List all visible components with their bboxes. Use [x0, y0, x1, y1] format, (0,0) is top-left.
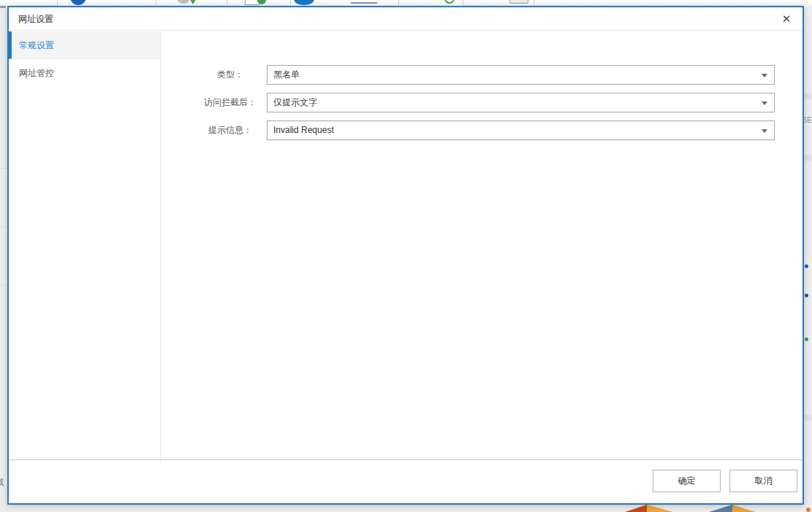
toolbar-separator [57, 0, 58, 6]
form-row-prompt-message: 提示信息： Invalid Request [197, 121, 775, 140]
background-divider [0, 226, 7, 227]
yellow-icon-fragment [647, 505, 673, 512]
type-label: 类型： [197, 69, 263, 81]
background-divider [0, 168, 7, 169]
screen: 威 6E 网址设置 ✕ 常规设置 网址管控 [0, 0, 812, 512]
toolbar-separator [398, 0, 399, 6]
toolbar-separator [534, 0, 534, 6]
dialog-titlebar: 网址设置 ✕ [9, 7, 802, 31]
green-arrow-icon [189, 0, 197, 4]
type-dropdown[interactable]: 黑名单 [267, 65, 775, 85]
background-right-strip: 6E [804, 6, 812, 505]
cancel-button[interactable]: 取消 [729, 470, 797, 492]
toolbar-separator [156, 0, 156, 6]
blue-dot-fragment [805, 264, 808, 268]
form-row-after-intercept: 访问拦截后： 仅提示文字 [197, 93, 775, 112]
navy-dot-fragment [805, 294, 808, 297]
slate-icon-fragment [709, 505, 732, 512]
type-dropdown-value: 黑名单 [273, 69, 300, 80]
after-intercept-label: 访问拦截后： [197, 96, 263, 109]
sidebar-item-url-control[interactable]: 网址管控 [9, 59, 160, 87]
after-intercept-dropdown[interactable]: 仅提示文字 [267, 93, 775, 112]
background-toolbar-strip [0, 0, 812, 6]
refresh-icon [178, 0, 189, 4]
orange-icon-fragment [625, 505, 647, 512]
clipped-text-fragment: 6E [804, 115, 812, 124]
prompt-message-label: 提示信息： [197, 124, 263, 137]
background-bottom-strip [0, 505, 812, 512]
dialog-footer: 确定 取消 [9, 459, 802, 503]
dialog-sidebar: 常规设置 网址管控 [9, 31, 161, 462]
sidebar-item-general-settings[interactable]: 常规设置 [9, 31, 160, 59]
yellow-icon-fragment [732, 505, 756, 512]
clipped-text-fragment [0, 6, 6, 8]
clipboard-icon [509, 0, 528, 4]
dropdown-arrow-icon [762, 102, 767, 105]
background-left-strip: 威 [0, 6, 7, 505]
form-row-type: 类型： 黑名单 [197, 65, 775, 85]
ok-button[interactable]: 确定 [653, 470, 721, 492]
toolbar-separator [227, 0, 227, 6]
toolbar-underline [351, 2, 377, 4]
background-block [805, 415, 811, 421]
dropdown-arrow-icon [762, 74, 767, 77]
toolbar-separator [290, 0, 291, 6]
green-dot-fragment [805, 337, 808, 341]
clipped-text-fragment: 威 [0, 477, 4, 488]
close-icon[interactable]: ✕ [778, 11, 794, 27]
dropdown-arrow-icon [762, 129, 767, 133]
cloud-icon [294, 0, 314, 5]
url-settings-dialog: 网址设置 ✕ 常规设置 网址管控 类型： 黑名单 访问拦截后： 仅提示文字 [7, 6, 804, 505]
prompt-message-dropdown-value: Invalid Request [273, 125, 334, 135]
background-block [805, 155, 811, 161]
background-divider [0, 285, 7, 286]
toolbar-separator [463, 0, 463, 6]
dialog-title: 网址设置 [18, 13, 53, 26]
green-ring-icon [444, 0, 455, 4]
sidebar-item-label: 网址管控 [19, 68, 54, 78]
after-intercept-dropdown-value: 仅提示文字 [273, 97, 317, 107]
orange-dot-fragment [806, 508, 811, 512]
prompt-message-dropdown[interactable]: Invalid Request [267, 121, 775, 140]
sidebar-item-label: 常规设置 [19, 40, 54, 50]
background-block [805, 93, 811, 99]
blue-globe-icon [70, 0, 86, 5]
